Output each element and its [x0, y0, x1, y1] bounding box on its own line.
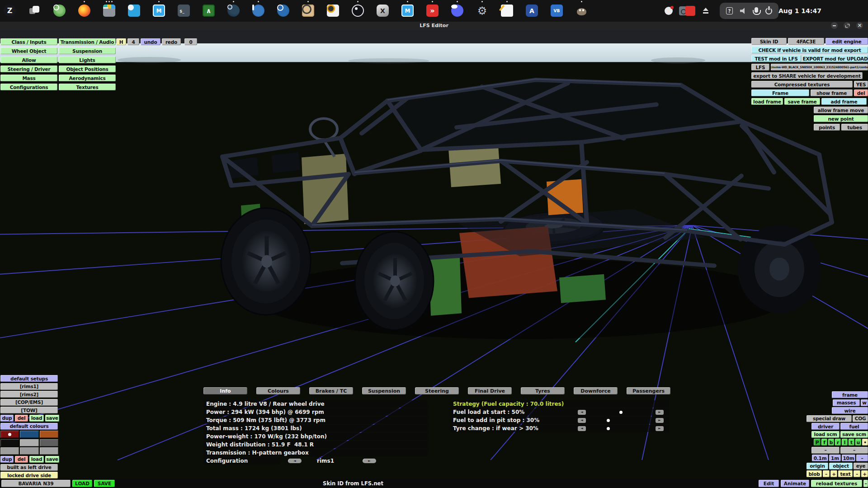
colour-swatch[interactable] — [20, 439, 38, 446]
power-icon[interactable] — [765, 8, 772, 14]
wave-monitor-2-icon[interactable] — [401, 5, 414, 17]
menu-class-inputs[interactable]: Class / Inputs — [0, 38, 57, 45]
tab-passengers[interactable]: Passengers — [627, 387, 670, 394]
gimp-icon[interactable] — [576, 5, 588, 17]
text-minus[interactable]: – — [854, 470, 860, 477]
file-manager-icon[interactable] — [103, 5, 115, 17]
colour-swatch[interactable] — [0, 447, 19, 455]
config-prev-button[interactable]: ◄ — [288, 459, 302, 463]
menu-steering-driver[interactable]: Steering / Driver — [0, 66, 57, 72]
volume-icon[interactable] — [740, 8, 747, 14]
restore-button[interactable] — [844, 22, 850, 29]
menu-lights[interactable]: Lights — [59, 56, 116, 63]
colour-swatch[interactable] — [40, 431, 58, 438]
dup-button[interactable]: dup — [0, 415, 14, 422]
amd-software-icon[interactable] — [426, 5, 439, 17]
tab-steering[interactable]: Steering — [415, 387, 459, 394]
dup-colour[interactable]: dup — [0, 456, 14, 463]
colour-swatch[interactable] — [20, 447, 38, 455]
menu-transmission-audio[interactable]: Transmission / Audio — [59, 38, 116, 45]
p-toggle[interactable]: P — [814, 439, 821, 446]
workspaces-icon[interactable] — [28, 5, 41, 17]
wire-button[interactable]: wire — [832, 407, 868, 414]
config-next-button[interactable]: ► — [363, 459, 376, 463]
firefox-icon[interactable] — [78, 5, 90, 17]
system-monitor-icon[interactable] — [203, 5, 215, 17]
frame-button[interactable]: frame — [832, 391, 868, 398]
undo-button[interactable]: undo — [141, 38, 160, 45]
colour-swatch[interactable] — [40, 447, 58, 455]
frame-button[interactable]: Frame — [751, 89, 809, 96]
help-icon[interactable]: ? — [726, 7, 733, 14]
settings-icon[interactable] — [476, 5, 488, 17]
show-frame-button[interactable]: show frame — [811, 89, 853, 96]
minimize-button[interactable] — [831, 22, 838, 29]
eye-button[interactable]: eye — [854, 463, 868, 469]
1m-button[interactable]: 1m — [829, 455, 841, 461]
minus-right[interactable]: – — [840, 447, 868, 454]
dot-toggle[interactable]: • — [862, 439, 868, 446]
software-store-icon[interactable] — [128, 5, 140, 17]
menu-allow[interactable]: Allow — [0, 56, 57, 63]
driver-button[interactable]: driver — [811, 423, 840, 430]
tab-tyres[interactable]: Tyres — [521, 387, 565, 394]
skin-id-button[interactable]: Skin ID — [751, 38, 787, 45]
default-setups-button[interactable]: default setups — [0, 375, 58, 382]
load-colour[interactable]: load — [29, 456, 44, 463]
setup-cop-ems[interactable]: [COP/EMS] — [0, 399, 58, 406]
add-frame-button[interactable]: add frame — [821, 98, 867, 105]
text-button[interactable]: text — [838, 470, 853, 477]
menu-suspension[interactable]: Suspension — [59, 47, 116, 54]
slider-dot[interactable] — [619, 411, 623, 414]
edit-engine-button[interactable]: edit engine — [826, 38, 868, 45]
menu-textures[interactable]: Textures — [59, 84, 116, 90]
tab-colours[interactable]: Colours — [256, 387, 300, 394]
tab-brakes-tc[interactable]: Brakes / TC — [309, 387, 353, 394]
keepassxc-icon[interactable] — [53, 5, 66, 17]
slider-dot[interactable] — [607, 419, 610, 422]
fuel-button[interactable]: fuel — [840, 423, 868, 430]
origin-button[interactable]: origin — [807, 463, 828, 469]
blob-button[interactable]: blob — [807, 470, 822, 477]
new-point-button[interactable]: new point — [814, 115, 868, 122]
obs-studio-icon[interactable] — [352, 5, 364, 17]
save-frame-button[interactable]: save frame — [784, 98, 820, 105]
edit-button[interactable]: Edit — [759, 480, 779, 487]
t-toggle[interactable]: t — [849, 439, 854, 446]
menu-aerodynamics[interactable]: Aerodynamics — [59, 75, 116, 81]
yes-button[interactable]: YES — [854, 81, 868, 88]
tab-final-drive[interactable]: Final Drive — [468, 387, 512, 394]
tab-suspension[interactable]: Suspension — [362, 387, 406, 394]
animate-button[interactable]: Animate — [781, 480, 809, 487]
default-colours-button[interactable]: default colours — [0, 423, 58, 430]
vehicle-name-button[interactable]: BAVARIA N39 — [1, 480, 71, 487]
export-to-share-vehicle-for-development-button[interactable]: export to SHARE vehicle for development — [751, 72, 863, 79]
colour-swatch[interactable] — [40, 439, 58, 446]
10m-button[interactable]: 10m — [842, 455, 855, 461]
viewport-3d-scene[interactable] — [0, 30, 868, 488]
f-toggle[interactable]: f — [821, 439, 827, 446]
reload-minus-button[interactable]: – — [863, 480, 868, 487]
oversteer-icon[interactable] — [302, 5, 314, 17]
built-as-left-drive-button[interactable]: built as left drive — [0, 464, 58, 471]
close-button[interactable] — [856, 22, 863, 29]
menu-mass[interactable]: Mass — [0, 75, 57, 81]
del-button[interactable]: del — [854, 89, 868, 96]
test-mod-in-lfs-button[interactable]: TEST mod in LFS — [751, 55, 801, 62]
save-scm-button[interactable]: save scm — [840, 431, 868, 438]
points-button[interactable]: points — [814, 124, 840, 131]
zero-button[interactable]: 0 — [184, 38, 197, 45]
menu-object-positions[interactable]: Object Positions — [59, 66, 116, 72]
menu-configurations[interactable]: Configurations — [0, 84, 57, 90]
text-plus[interactable]: + — [861, 470, 868, 477]
slider-increase-button[interactable]: ► — [656, 410, 664, 415]
clock[interactable]: Aug 1 14:47 — [778, 0, 821, 22]
save-button[interactable]: SAVE — [94, 480, 115, 487]
u-toggle[interactable]: u — [855, 439, 861, 446]
sensor-monitor-icon[interactable] — [277, 5, 289, 17]
del-colour[interactable]: del — [15, 456, 28, 463]
setup-rims2[interactable]: [rims2] — [0, 391, 58, 398]
minus-left[interactable]: – — [811, 447, 840, 454]
save-colour[interactable]: save — [45, 456, 59, 463]
steam-icon[interactable] — [227, 5, 240, 17]
